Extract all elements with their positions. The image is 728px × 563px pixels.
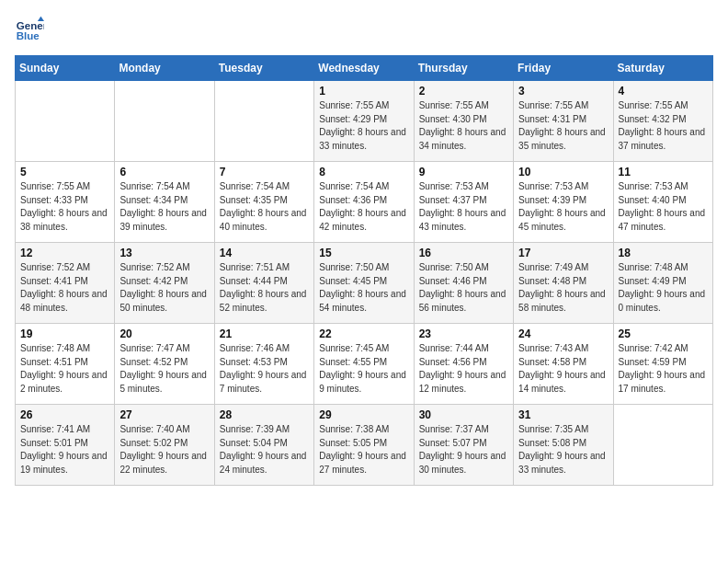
day-info: Sunrise: 7:54 AMSunset: 4:34 PMDaylight:…	[119, 180, 209, 234]
calendar-cell: 13Sunrise: 7:52 AMSunset: 4:42 PMDayligh…	[115, 243, 214, 324]
day-number: 29	[319, 408, 408, 421]
day-info: Sunrise: 7:44 AMSunset: 4:56 PMDaylight:…	[419, 342, 508, 396]
calendar-cell: 1Sunrise: 7:55 AMSunset: 4:29 PMDaylight…	[314, 81, 414, 162]
svg-text:Blue: Blue	[17, 30, 40, 41]
calendar-cell: 5Sunrise: 7:55 AMSunset: 4:33 PMDaylight…	[16, 162, 115, 243]
calendar-cell: 7Sunrise: 7:54 AMSunset: 4:35 PMDaylight…	[214, 162, 313, 243]
day-info: Sunrise: 7:52 AMSunset: 4:42 PMDaylight:…	[119, 261, 209, 315]
calendar-cell: 21Sunrise: 7:46 AMSunset: 4:53 PMDayligh…	[214, 324, 313, 405]
calendar-cell: 18Sunrise: 7:48 AMSunset: 4:49 PMDayligh…	[613, 243, 712, 324]
day-info: Sunrise: 7:47 AMSunset: 4:52 PMDaylight:…	[119, 342, 209, 396]
calendar-cell: 26Sunrise: 7:41 AMSunset: 5:01 PMDayligh…	[16, 405, 115, 486]
day-number: 2	[419, 85, 508, 98]
day-number: 25	[619, 327, 708, 340]
weekday-header: Sunday	[16, 56, 115, 81]
day-number: 7	[220, 166, 309, 178]
day-number: 30	[419, 408, 508, 421]
logo-icon: General Blue	[15, 15, 44, 44]
calendar-cell: 22Sunrise: 7:45 AMSunset: 4:55 PMDayligh…	[314, 324, 414, 405]
calendar-cell: 8Sunrise: 7:54 AMSunset: 4:36 PMDaylight…	[314, 162, 414, 243]
day-info: Sunrise: 7:55 AMSunset: 4:32 PMDaylight:…	[619, 99, 708, 153]
day-info: Sunrise: 7:43 AMSunset: 4:58 PMDaylight:…	[518, 342, 608, 396]
calendar-cell: 9Sunrise: 7:53 AMSunset: 4:37 PMDaylight…	[414, 162, 513, 243]
day-info: Sunrise: 7:38 AMSunset: 5:05 PMDaylight:…	[319, 423, 408, 477]
calendar-cell: 6Sunrise: 7:54 AMSunset: 4:34 PMDaylight…	[115, 162, 214, 243]
calendar-cell: 17Sunrise: 7:49 AMSunset: 4:48 PMDayligh…	[514, 243, 613, 324]
day-number: 9	[419, 166, 508, 178]
day-info: Sunrise: 7:51 AMSunset: 4:44 PMDaylight:…	[220, 261, 309, 315]
day-info: Sunrise: 7:37 AMSunset: 5:07 PMDaylight:…	[419, 423, 508, 477]
day-number: 16	[419, 247, 508, 259]
weekday-header: Saturday	[613, 56, 712, 81]
day-number: 11	[619, 166, 708, 178]
svg-marker-2	[38, 17, 44, 21]
day-info: Sunrise: 7:53 AMSunset: 4:40 PMDaylight:…	[619, 180, 708, 234]
day-info: Sunrise: 7:50 AMSunset: 4:45 PMDaylight:…	[319, 261, 408, 315]
day-number: 4	[619, 85, 708, 98]
calendar-cell: 23Sunrise: 7:44 AMSunset: 4:56 PMDayligh…	[414, 324, 513, 405]
calendar-cell: 31Sunrise: 7:35 AMSunset: 5:08 PMDayligh…	[514, 405, 613, 486]
weekday-header: Tuesday	[214, 56, 313, 81]
calendar-cell: 2Sunrise: 7:55 AMSunset: 4:30 PMDaylight…	[414, 81, 513, 162]
calendar-week-row: 19Sunrise: 7:48 AMSunset: 4:51 PMDayligh…	[16, 324, 713, 405]
day-number: 24	[518, 327, 608, 340]
day-info: Sunrise: 7:54 AMSunset: 4:36 PMDaylight:…	[319, 180, 408, 234]
calendar-cell: 28Sunrise: 7:39 AMSunset: 5:04 PMDayligh…	[214, 405, 313, 486]
day-number: 5	[20, 166, 109, 178]
weekday-header: Wednesday	[314, 56, 414, 81]
weekday-header: Thursday	[414, 56, 513, 81]
calendar-week-row: 12Sunrise: 7:52 AMSunset: 4:41 PMDayligh…	[16, 243, 713, 324]
day-number: 26	[20, 408, 109, 421]
day-info: Sunrise: 7:42 AMSunset: 4:59 PMDaylight:…	[619, 342, 708, 396]
logo: General Blue	[15, 15, 48, 44]
calendar-cell	[115, 81, 214, 162]
calendar-cell: 29Sunrise: 7:38 AMSunset: 5:05 PMDayligh…	[314, 405, 414, 486]
calendar-cell: 14Sunrise: 7:51 AMSunset: 4:44 PMDayligh…	[214, 243, 313, 324]
day-info: Sunrise: 7:55 AMSunset: 4:33 PMDaylight:…	[20, 180, 109, 234]
day-number: 6	[119, 166, 209, 178]
calendar-cell	[214, 81, 313, 162]
calendar-cell: 27Sunrise: 7:40 AMSunset: 5:02 PMDayligh…	[115, 405, 214, 486]
day-info: Sunrise: 7:40 AMSunset: 5:02 PMDaylight:…	[119, 423, 209, 477]
day-number: 14	[220, 247, 309, 259]
day-number: 3	[518, 85, 608, 98]
day-number: 13	[119, 247, 209, 259]
day-info: Sunrise: 7:55 AMSunset: 4:30 PMDaylight:…	[419, 99, 508, 153]
day-number: 28	[220, 408, 309, 421]
day-number: 27	[119, 408, 209, 421]
day-number: 1	[319, 85, 408, 98]
weekday-header: Monday	[115, 56, 214, 81]
calendar-table: SundayMondayTuesdayWednesdayThursdayFrid…	[15, 55, 713, 486]
day-info: Sunrise: 7:46 AMSunset: 4:53 PMDaylight:…	[220, 342, 309, 396]
day-number: 23	[419, 327, 508, 340]
calendar-cell: 12Sunrise: 7:52 AMSunset: 4:41 PMDayligh…	[16, 243, 115, 324]
day-info: Sunrise: 7:55 AMSunset: 4:29 PMDaylight:…	[319, 99, 408, 153]
day-info: Sunrise: 7:35 AMSunset: 5:08 PMDaylight:…	[518, 423, 608, 477]
day-info: Sunrise: 7:48 AMSunset: 4:51 PMDaylight:…	[20, 342, 109, 396]
day-number: 10	[518, 166, 608, 178]
calendar-cell: 16Sunrise: 7:50 AMSunset: 4:46 PMDayligh…	[414, 243, 513, 324]
calendar-cell: 11Sunrise: 7:53 AMSunset: 4:40 PMDayligh…	[613, 162, 712, 243]
day-number: 21	[220, 327, 309, 340]
day-number: 8	[319, 166, 408, 178]
weekday-header: Friday	[514, 56, 613, 81]
day-number: 17	[518, 247, 608, 259]
day-number: 12	[20, 247, 109, 259]
calendar-week-row: 5Sunrise: 7:55 AMSunset: 4:33 PMDaylight…	[16, 162, 713, 243]
calendar-cell: 15Sunrise: 7:50 AMSunset: 4:45 PMDayligh…	[314, 243, 414, 324]
day-info: Sunrise: 7:45 AMSunset: 4:55 PMDaylight:…	[319, 342, 408, 396]
calendar-cell	[16, 81, 115, 162]
calendar-cell: 3Sunrise: 7:55 AMSunset: 4:31 PMDaylight…	[514, 81, 613, 162]
day-info: Sunrise: 7:53 AMSunset: 4:37 PMDaylight:…	[419, 180, 508, 234]
day-info: Sunrise: 7:49 AMSunset: 4:48 PMDaylight:…	[518, 261, 608, 315]
day-number: 22	[319, 327, 408, 340]
day-number: 31	[518, 408, 608, 421]
day-info: Sunrise: 7:48 AMSunset: 4:49 PMDaylight:…	[619, 261, 708, 315]
calendar-cell: 24Sunrise: 7:43 AMSunset: 4:58 PMDayligh…	[514, 324, 613, 405]
calendar-cell: 10Sunrise: 7:53 AMSunset: 4:39 PMDayligh…	[514, 162, 613, 243]
day-info: Sunrise: 7:41 AMSunset: 5:01 PMDaylight:…	[20, 423, 109, 477]
day-info: Sunrise: 7:55 AMSunset: 4:31 PMDaylight:…	[518, 99, 608, 153]
day-number: 19	[20, 327, 109, 340]
calendar-header-row: SundayMondayTuesdayWednesdayThursdayFrid…	[16, 56, 713, 81]
day-info: Sunrise: 7:53 AMSunset: 4:39 PMDaylight:…	[518, 180, 608, 234]
